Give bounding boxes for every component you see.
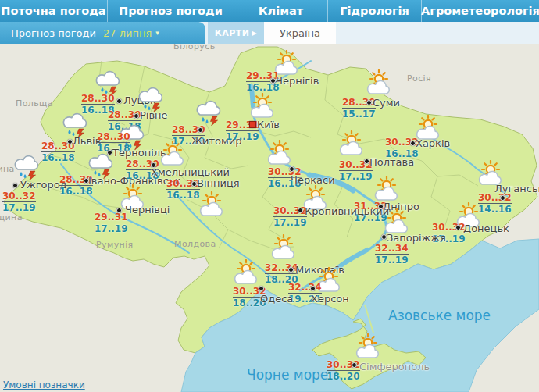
day-temp: 29..31 [95, 212, 128, 223]
city-label[interactable]: Харків [416, 137, 450, 149]
city-label[interactable]: Одеса [260, 293, 293, 305]
chevron-right-icon: ▶ [252, 30, 258, 37]
sea-label: Азовське море [388, 308, 491, 323]
city-label[interactable]: Вінниця [197, 177, 240, 189]
city-marker[interactable] [366, 100, 372, 105]
city-marker[interactable] [134, 113, 139, 119]
city-marker[interactable] [310, 286, 316, 291]
city-marker[interactable] [116, 98, 122, 104]
ukraine-weather-map[interactable]: ПольщаБілорусьРосіяРумуніяМолдоваСловачч… [0, 44, 539, 392]
city-marker[interactable] [410, 141, 416, 146]
city-label[interactable]: Черкаси [291, 174, 335, 186]
city-label[interactable]: Кропивницький [305, 205, 389, 217]
nav-tab-4[interactable]: Гідрологія [327, 0, 421, 22]
night-temp: 17..19 [273, 218, 307, 227]
city-marker[interactable] [364, 159, 369, 164]
night-temp: 17..19 [375, 255, 409, 265]
day-temp: 28..30 [97, 132, 130, 143]
city-marker[interactable] [107, 150, 112, 155]
country-label: Польща [16, 98, 53, 109]
forecast-date[interactable]: 27 липня [103, 27, 152, 39]
city-label[interactable]: Миколаїв [295, 264, 344, 276]
capital-marker[interactable] [249, 121, 256, 128]
city-label[interactable]: Чернівці [125, 204, 170, 216]
night-temp: 18..20 [327, 372, 360, 381]
nav-tab-3[interactable]: Клімат [234, 0, 327, 22]
city-label[interactable]: Суми [373, 97, 400, 109]
nav-tab-1[interactable]: Поточна погода [0, 0, 107, 22]
main-navigation: Поточна погодаПрогноз погодиКліматГідрол… [0, 0, 539, 22]
city-marker[interactable] [289, 166, 294, 172]
night-temp: 16..18 [246, 83, 280, 92]
city-marker[interactable] [198, 127, 203, 133]
maps-tab-label: КАРТИ [215, 28, 250, 38]
city-marker[interactable] [455, 225, 461, 230]
temperature-block: 30..3217..19 [2, 191, 36, 212]
country-label: Словаччина [0, 164, 15, 174]
chevron-down-icon: ▾ [155, 29, 159, 37]
temperature-block: 32..3417..19 [375, 244, 409, 265]
city-label[interactable]: Луганськ [494, 183, 539, 194]
temperature-block: 28..3016..18 [41, 141, 75, 162]
country-label: Румунія [96, 240, 134, 250]
night-temp: 17..19 [339, 172, 373, 181]
night-temp: 17..19 [95, 224, 128, 233]
night-temp: 16..18 [59, 187, 93, 196]
nav-tab-2[interactable]: Прогноз погоди [107, 0, 234, 22]
city-label[interactable]: Рівне [140, 109, 168, 121]
city-marker[interactable] [259, 286, 264, 291]
city-label[interactable]: Тернопіль [112, 147, 166, 159]
city-label[interactable]: Київ [257, 119, 280, 130]
forecast-section-tab[interactable]: Прогноз погоди 27 липня ▾ [0, 22, 205, 44]
sub-navigation: Прогноз погоди 27 липня ▾ КАРТИ ▶ Україн… [0, 22, 539, 44]
city-label[interactable]: Донецьк [463, 223, 509, 234]
city-marker[interactable] [67, 139, 73, 144]
night-temp: 17..19 [2, 203, 36, 212]
city-marker[interactable] [381, 234, 387, 240]
city-marker[interactable] [288, 267, 294, 273]
sea-label: Чорне море [247, 367, 328, 383]
temperature-block: 32..3418..20 [265, 263, 298, 284]
nav-tab-5[interactable]: Агрометеорологія [421, 0, 539, 22]
city-marker[interactable] [270, 78, 276, 84]
day-temp: 30..32 [478, 193, 512, 204]
night-temp: 16..18 [108, 122, 141, 131]
city-label[interactable]: Сімферополь [359, 361, 430, 372]
tab-ukraine[interactable]: Україна [264, 22, 336, 44]
temperature-block: 29..3117..19 [95, 212, 128, 233]
city-marker[interactable] [12, 183, 18, 188]
day-temp: 30..32 [2, 191, 36, 202]
city-label[interactable]: Луцьк [123, 94, 156, 106]
country-label: Молдова [174, 239, 216, 249]
maps-tab[interactable]: КАРТИ ▶ [208, 22, 264, 44]
city-marker[interactable] [352, 362, 357, 368]
forecast-section-label: Прогноз погоди [11, 27, 96, 39]
city-label[interactable]: Чернігів [276, 75, 319, 87]
day-temp: 32..34 [375, 244, 409, 255]
city-label[interactable]: Запоріжжя [387, 232, 446, 244]
night-temp: 17..19 [226, 132, 259, 141]
city-label[interactable]: Полтава [369, 156, 414, 168]
city-marker[interactable] [298, 208, 303, 213]
city-label[interactable]: Херсон [311, 293, 349, 305]
city-marker[interactable] [500, 195, 505, 201]
day-temp: 28..30 [81, 94, 115, 105]
city-marker[interactable] [191, 181, 197, 187]
city-marker[interactable] [116, 208, 122, 213]
temperature-block: 30..3214..16 [478, 193, 512, 214]
country-label: Угорщина [0, 212, 23, 223]
day-temp: 32..34 [288, 283, 322, 294]
city-label[interactable]: Хмельницький [151, 166, 230, 178]
country-label: Білорусь [173, 44, 216, 52]
night-temp: 16..18 [166, 191, 200, 200]
weather-app-screen: Поточна погодаПрогноз погодиКліматГідрол… [0, 0, 539, 392]
country-label: Росія [407, 73, 431, 84]
night-temp: 14..16 [478, 205, 512, 214]
legend-link[interactable]: Умовні позначки [3, 380, 85, 390]
night-temp: 15..17 [342, 109, 376, 119]
night-temp: 16..18 [41, 153, 75, 162]
tab-ukraine-label: Україна [280, 27, 320, 39]
